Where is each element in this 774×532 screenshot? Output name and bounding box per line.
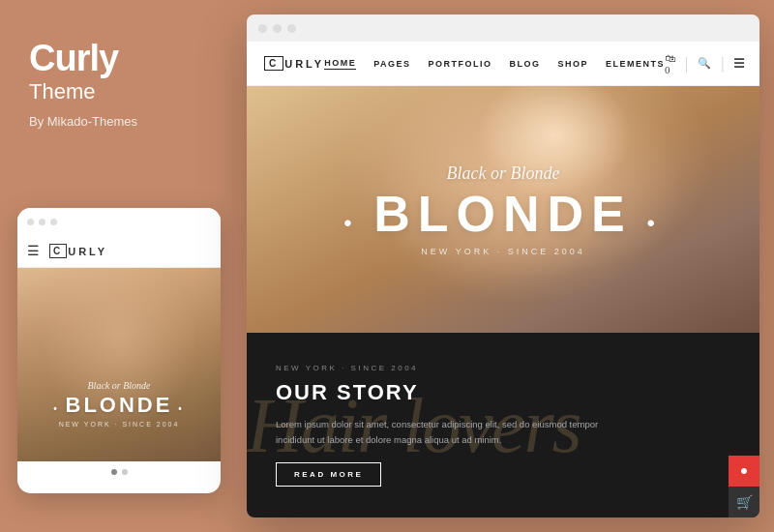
mobile-hero-headline: BLONDE xyxy=(17,393,221,418)
mobile-logo-text: URLY xyxy=(68,246,107,257)
mobile-dot-2[interactable] xyxy=(122,469,128,475)
hero-headline: BLONDE xyxy=(343,189,663,239)
story-eyebrow: NEW YORK · SINCE 2004 xyxy=(276,364,730,372)
nav-blog[interactable]: BLOG xyxy=(510,59,541,69)
mobile-window-dot-2 xyxy=(39,219,45,225)
hero-section: Black or Blonde BLONDE NEW YORK · SINCE … xyxy=(247,86,759,333)
story-body: Lorem ipsum dolor sit amet, consectetur … xyxy=(276,417,605,446)
browser-dot-3 xyxy=(287,24,296,33)
hero-tagline: NEW YORK · SINCE 2004 xyxy=(421,247,584,256)
hero-content: Black or Blonde BLONDE NEW YORK · SINCE … xyxy=(247,86,759,333)
mobile-hero-text: Black or Blonde BLONDE NEW YORK · SINCE … xyxy=(17,380,221,428)
mobile-preview: ☰ C URLY Black or Blonde BLONDE NEW YORK… xyxy=(17,208,221,493)
browser-dot-2 xyxy=(273,24,282,33)
browser-chrome xyxy=(247,15,759,42)
mobile-slide-dots xyxy=(17,461,221,483)
nav-home[interactable]: HOME xyxy=(324,58,356,70)
mobile-window-dot-1 xyxy=(27,219,34,225)
story-title: OUR STORY xyxy=(276,380,730,405)
site-logo-text: URLY xyxy=(284,58,324,70)
mobile-nav: ☰ C URLY xyxy=(17,235,221,268)
story-content: NEW YORK · SINCE 2004 OUR STORY Lorem ip… xyxy=(247,344,759,505)
nav-elements[interactable]: ELEMENTS xyxy=(606,59,665,69)
site-nav: C URLY HOME PAGES PORTFOLIO BLOG SHOP EL… xyxy=(247,42,759,86)
mobile-face-overlay xyxy=(17,268,221,461)
site-logo: C URLY xyxy=(264,56,324,71)
main-browser-panel: C URLY HOME PAGES PORTFOLIO BLOG SHOP EL… xyxy=(247,15,759,517)
browser-dot-1 xyxy=(258,24,267,33)
site-logo-bracket: C xyxy=(264,56,283,71)
mobile-hamburger-icon[interactable]: ☰ xyxy=(27,243,40,259)
mobile-hero-script: Black or Blonde xyxy=(17,380,221,391)
mobile-logo: C URLY xyxy=(49,244,107,258)
mobile-logo-bracket: C xyxy=(49,244,67,258)
nav-portfolio[interactable]: PORTFOLIO xyxy=(429,59,492,69)
hero-script: Black or Blonde xyxy=(447,163,560,184)
site-nav-icons: 🛍 0 | 🔍 | ☰ xyxy=(665,52,745,75)
left-panel: Curly Theme By Mikado-Themes ☰ C URLY Bl… xyxy=(0,0,237,532)
story-section: Hair lovers NEW YORK · SINCE 2004 OUR ST… xyxy=(247,333,759,517)
brand-subtitle: Theme xyxy=(29,79,208,104)
mobile-window-dot-3 xyxy=(50,219,57,225)
cart-icon[interactable]: 🛍 0 xyxy=(665,52,675,75)
mobile-dot-1[interactable] xyxy=(111,469,117,475)
brand-by: By Mikado-Themes xyxy=(29,114,208,129)
nav-shop[interactable]: SHOP xyxy=(558,59,589,69)
mobile-hero-tagline: NEW YORK · SINCE 2004 xyxy=(17,421,221,428)
nav-pages[interactable]: PAGES xyxy=(373,59,410,69)
site-nav-links: HOME PAGES PORTFOLIO BLOG SHOP ELEMENTS xyxy=(324,58,665,70)
read-more-button[interactable]: READ MORE xyxy=(276,462,381,487)
search-icon[interactable]: 🔍 xyxy=(698,57,711,70)
mobile-titlebar xyxy=(17,208,221,235)
mobile-hero: Black or Blonde BLONDE NEW YORK · SINCE … xyxy=(17,268,221,461)
menu-icon[interactable]: ☰ xyxy=(733,56,745,72)
brand-title: Curly xyxy=(29,39,208,79)
